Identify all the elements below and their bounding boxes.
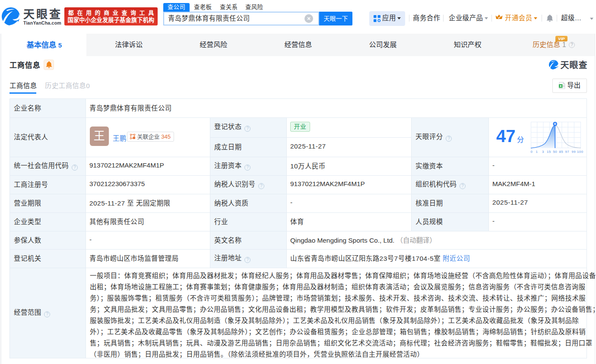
svg-text:0: 0 — [530, 150, 533, 154]
svg-text:85: 85 — [559, 150, 563, 154]
svg-text:1: 1 — [536, 150, 538, 154]
svg-text:50: 50 — [553, 150, 557, 154]
svg-text:100: 100 — [577, 150, 583, 154]
svg-text:99: 99 — [571, 150, 576, 154]
svg-text:15: 15 — [547, 150, 551, 154]
svg-text:97: 97 — [565, 150, 569, 154]
svg-text:3: 3 — [542, 150, 544, 154]
